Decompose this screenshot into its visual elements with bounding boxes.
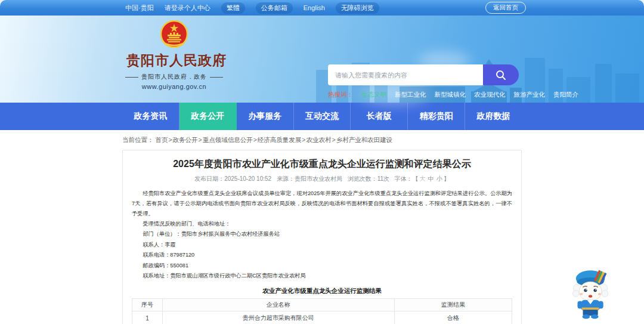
main-navigation: 政务资讯 政务公开 办事服务 互动交流 长者版 精彩贵阳 政府数据 (0, 103, 644, 130)
header-company-name: 企业名称 (162, 298, 394, 311)
article-paragraph: 经贵阳市农业产业化市级重点龙头企业联席会议成员单位审定，现对2025年开展的农业… (132, 189, 512, 219)
hot-keyword[interactable]: 新型工业化 (395, 91, 426, 99)
article-container: 2025年度贵阳市农业产业化市级重点龙头企业运行监测和评定结果公示 发布日期：2… (122, 150, 522, 324)
hot-keyword[interactable]: 新型城镇化 (435, 91, 466, 99)
breadcrumb-separator: > (332, 136, 335, 143)
breadcrumb-prefix: 当前位置： (122, 136, 154, 143)
contact-person: 联系人：李霞 (132, 240, 512, 251)
font-size-small[interactable]: 小 (436, 175, 442, 182)
view-count: 浏览次数：11次 (348, 175, 389, 182)
publish-date: 发布日期：2025-10-20 10:52 (194, 175, 271, 182)
national-emblem-icon (160, 20, 188, 49)
site-name: 贵阳市人民政府 (126, 51, 222, 70)
cell-result: 合格 (394, 311, 512, 324)
header-monitoring-result: 监测结果 (394, 298, 512, 311)
breadcrumb-separator: > (199, 136, 202, 143)
topbar-link-login-personal-center[interactable]: 请登录个人中心 (165, 4, 210, 13)
breadcrumb-link[interactable]: 农业农村 (306, 136, 331, 143)
search-icon (495, 69, 507, 81)
topbar-link-official-mail[interactable]: 公务邮箱 (256, 2, 293, 14)
breadcrumb: 当前位置： 首页>政务公开>重点领域信息公开>经济高质量发展>农业农村>乡村产业… (122, 136, 644, 144)
nav-item-zhangzheban[interactable]: 长者版 (351, 103, 408, 130)
topbar-link-china-guiyang[interactable]: 中国·贵阳 (125, 4, 154, 13)
article-meta: 发布日期：2025-10-20 10:52 来源：贵阳市农业农村局 浏览次数：1… (132, 175, 512, 183)
top-utility-bar: 中国·贵阳 请登录个人中心 繁體 公务邮箱 English 无障碍浏览 返回首页 (0, 0, 644, 16)
article-paragraph: 受理情况反映的部门、电话和地址： (132, 219, 512, 229)
hot-keyword[interactable]: 旅游产业化 (514, 91, 546, 99)
contact-phone: 联系电话：87987120 (132, 250, 512, 261)
contact-postcode: 邮政编码：550081 (132, 261, 512, 271)
search-button[interactable] (483, 64, 519, 85)
article-title: 2025年度贵阳市农业产业化市级重点龙头企业运行监测和评定结果公示 (132, 158, 512, 171)
search-input[interactable] (328, 64, 483, 85)
hot-keyword[interactable]: 生态文明 (361, 91, 386, 99)
return-home-button[interactable]: 返回首页 (485, 2, 526, 14)
hot-keyword[interactable]: 农业现代化 (474, 91, 506, 99)
cell-serial: 1 (132, 311, 163, 324)
hot-search-label: 热搜词： (328, 91, 353, 99)
breadcrumb-link[interactable]: 经济高质量发展 (258, 136, 302, 143)
mascot-assistant[interactable] (566, 267, 615, 320)
nav-item-zhengwu-zixun[interactable]: 政务资讯 (122, 103, 179, 130)
site-subtitle: 贵阳市人民政府．政务 (126, 73, 222, 81)
browser-page: 中国·贵阳 请登录个人中心 繁體 公务邮箱 English 无障碍浏览 返回首页 (0, 0, 644, 324)
topbar-link-english[interactable]: English (304, 4, 325, 11)
breadcrumb-separator: > (168, 136, 172, 143)
breadcrumb-separator: > (253, 136, 257, 143)
contact-department: 部门（单位）：贵阳市乡村振兴服务中心农村经济服务站 (132, 229, 512, 240)
hot-keyword[interactable]: 贵阳简介 (553, 91, 578, 99)
article-body: 经贵阳市农业产业化市级重点龙头企业联席会议成员单位审定，现对2025年开展的农业… (132, 189, 512, 282)
search-area: 热搜词： 生态文明 新型工业化 新型城镇化 农业现代化 旅游产业化 贵阳简介 (328, 64, 519, 99)
site-logo[interactable]: 贵阳市人民政府 贵阳市人民政府．政务 www.guiyang.gov.cn (126, 20, 222, 90)
breadcrumb-link[interactable]: 政务公开 (173, 136, 198, 143)
nav-item-zhengwu-gongkai[interactable]: 政务公开 (179, 103, 237, 130)
site-banner: 贵阳市人民政府 贵阳市人民政府．政务 www.guiyang.gov.cn 热搜… (0, 16, 644, 103)
font-size-medium[interactable]: 中 (428, 175, 434, 182)
nav-item-zhengfu-shuju[interactable]: 政府数据 (465, 103, 522, 130)
font-size-label: 字体：【 (395, 175, 419, 182)
table-row: 1 贵州合力超市采购有限公司 合格 (132, 311, 512, 324)
breadcrumb-link[interactable]: 乡村产业和农田建设 (336, 136, 393, 143)
font-size-large[interactable]: 大 (420, 175, 426, 182)
hot-search-row: 热搜词： 生态文明 新型工业化 新型城镇化 农业现代化 旅游产业化 贵阳简介 (328, 91, 519, 99)
cell-company: 贵州合力超市采购有限公司 (162, 311, 394, 324)
table-header-row: 序号 企业名称 监测结果 (132, 298, 512, 311)
nav-item-jingcai-guiyang[interactable]: 精彩贵阳 (408, 103, 465, 130)
table-caption: 农业产业化市级重点龙头企业运行监测结果 (132, 286, 512, 295)
site-url: www.guiyang.gov.cn (126, 83, 222, 90)
article-source: 来源：贵阳市农业农村局 (277, 175, 342, 182)
font-size-bracket-close: 】 (444, 175, 450, 182)
topbar-links: 中国·贵阳 请登录个人中心 繁體 公务邮箱 English 无障碍浏览 (125, 2, 379, 14)
breadcrumb-link-home[interactable]: 首页 (155, 136, 168, 143)
monitoring-result-table: 序号 企业名称 监测结果 1 贵州合力超市采购有限公司 合格 2 贵州友禾种业有… (132, 298, 512, 324)
nav-item-hudong-jiaoliu[interactable]: 互动交流 (294, 103, 351, 130)
nav-item-banshi-fuwu[interactable]: 办事服务 (237, 103, 294, 130)
topbar-link-accessibility[interactable]: 无障碍浏览 (336, 2, 379, 14)
contact-address: 联系地址：贵阳市观山湖区市级行政中心二期C区贵阳市农业农村局 (132, 271, 512, 282)
breadcrumb-link[interactable]: 重点领域信息公开 (203, 136, 253, 143)
topbar-link-traditional-chinese[interactable]: 繁體 (221, 2, 245, 14)
breadcrumb-separator: > (302, 136, 305, 143)
header-serial-number: 序号 (132, 298, 163, 311)
